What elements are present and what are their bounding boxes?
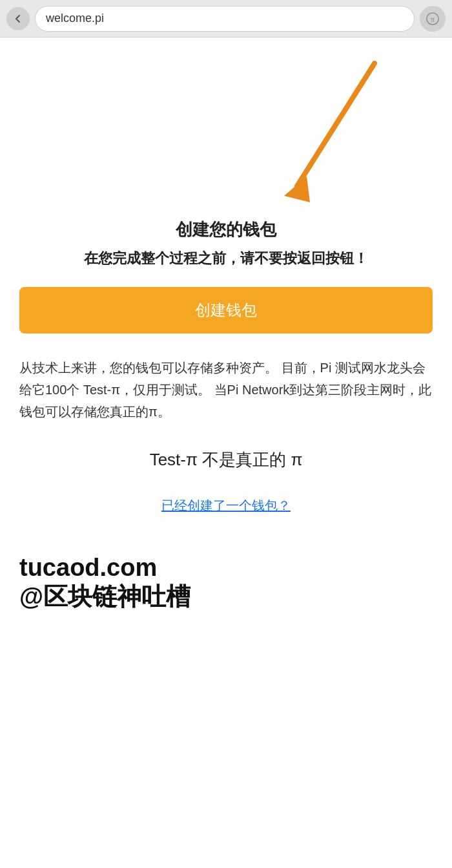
watermark-line2: @区块链神吐槽 (19, 582, 433, 612)
pi-icon-button[interactable]: π (420, 6, 446, 32)
arrow-container (19, 37, 433, 218)
svg-line-2 (297, 63, 375, 186)
heading-subtitle: 在您完成整个过程之前，请不要按返回按钮！ (19, 249, 433, 269)
main-content: 创建您的钱包 在您完成整个过程之前，请不要按返回按钮！ 创建钱包 从技术上来讲，… (0, 37, 452, 868)
watermark-line1: tucaod.com (19, 553, 433, 583)
test-pi-notice: Test-π 不是真正的 π (19, 442, 433, 478)
watermark: tucaod.com @区块链神吐槽 (19, 553, 433, 612)
create-wallet-button[interactable]: 创建钱包 (19, 287, 433, 333)
description-text: 从技术上来讲，您的钱包可以存储多种资产。 目前，Pi 测试网水龙头会给它100个… (19, 357, 433, 423)
browser-bar: welcome.pi π (0, 0, 452, 37)
already-created-link[interactable]: 已经创建了一个钱包？ (19, 497, 433, 514)
arrow-graphic (245, 57, 413, 225)
heading-section: 创建您的钱包 在您完成整个过程之前，请不要按返回按钮！ (19, 218, 433, 269)
url-text: welcome.pi (46, 12, 104, 25)
back-button[interactable] (6, 7, 30, 30)
svg-marker-3 (284, 176, 310, 202)
address-bar[interactable]: welcome.pi (35, 6, 415, 32)
svg-text:π: π (431, 14, 435, 23)
